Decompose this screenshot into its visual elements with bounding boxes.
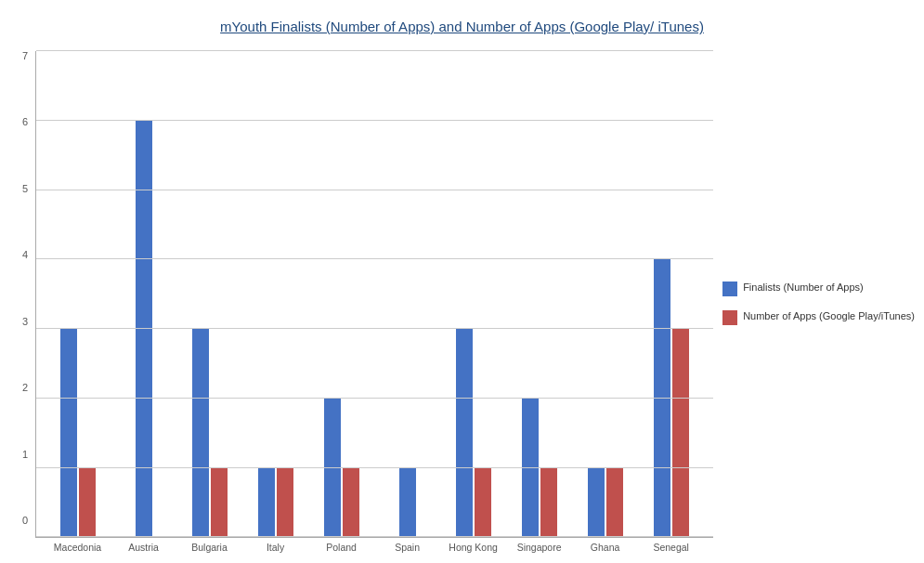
bars-pair <box>654 51 689 537</box>
country-group <box>375 51 441 537</box>
country-group <box>506 51 572 537</box>
y-label: 3 <box>9 317 28 327</box>
chart-area: 01234567 MacedoniaAustriaBulgariaItalyPo… <box>9 51 915 554</box>
x-label: Hong Kong <box>440 542 506 554</box>
x-label: Macedonia <box>45 542 111 554</box>
x-label: Senegal <box>638 542 704 554</box>
bar-apps <box>672 329 689 537</box>
y-axis: 01234567 <box>9 51 35 554</box>
bars-pair <box>399 51 416 537</box>
grid-line <box>36 398 713 399</box>
grid-line <box>36 50 713 51</box>
bar-apps <box>606 468 623 538</box>
bars-pair <box>456 51 491 537</box>
grid-line <box>36 190 713 190</box>
bars-pair <box>60 51 96 537</box>
legend-label: Finalists (Number of Apps) <box>743 281 864 294</box>
y-label: 4 <box>9 250 28 260</box>
legend-label: Number of Apps (Google Play/iTunes) <box>743 309 915 322</box>
bar-apps <box>79 468 96 538</box>
legend-color-box <box>722 282 737 296</box>
y-label: 7 <box>9 51 28 61</box>
bar-apps <box>211 468 228 538</box>
bar-apps <box>343 468 359 538</box>
country-group <box>243 51 309 537</box>
grid-line <box>36 536 713 537</box>
bar-finalists <box>192 329 209 537</box>
legend-color-box <box>722 310 737 325</box>
bars-pair <box>136 51 152 537</box>
country-group <box>309 51 375 537</box>
bar-apps <box>475 468 491 538</box>
chart-title: mYouth Finalists (Number of Apps) and Nu… <box>220 19 704 34</box>
bar-finalists <box>324 399 341 538</box>
x-label: Italy <box>242 542 308 554</box>
bar-finalists <box>522 399 539 538</box>
bar-finalists <box>258 468 275 538</box>
bars-pair <box>588 51 623 537</box>
bars-pair <box>192 51 228 537</box>
y-label: 5 <box>9 184 28 194</box>
country-group <box>638 51 704 537</box>
bars-pair <box>324 51 359 537</box>
x-label: Singapore <box>506 542 572 554</box>
country-group <box>177 51 243 537</box>
grid-line <box>36 120 713 121</box>
country-group <box>572 51 638 537</box>
grid-line <box>36 258 713 259</box>
bar-finalists <box>136 121 152 538</box>
x-label: Austria <box>111 542 176 554</box>
x-label: Spain <box>374 542 440 554</box>
bar-finalists <box>588 468 605 538</box>
legend-item: Number of Apps (Google Play/iTunes) <box>722 309 915 325</box>
country-group <box>46 51 111 537</box>
bars-pair <box>522 51 557 537</box>
bars-pair <box>258 51 293 537</box>
bars-area <box>36 51 713 537</box>
y-label: 0 <box>9 516 28 526</box>
chart-inner: MacedoniaAustriaBulgariaItalyPolandSpain… <box>35 51 713 554</box>
x-labels: MacedoniaAustriaBulgariaItalyPolandSpain… <box>35 542 713 554</box>
y-label: 1 <box>9 450 28 460</box>
y-label: 2 <box>9 383 28 393</box>
legend-item: Finalists (Number of Apps) <box>722 281 915 296</box>
country-group <box>441 51 507 537</box>
bar-finalists <box>399 468 416 538</box>
grid-and-bars <box>35 51 713 538</box>
grid-line <box>36 328 713 329</box>
country-group <box>111 51 177 537</box>
bar-apps <box>540 468 557 538</box>
x-label: Bulgaria <box>176 542 242 554</box>
x-label: Poland <box>308 542 374 554</box>
y-label: 6 <box>9 117 28 127</box>
bar-finalists <box>60 329 77 537</box>
legend: Finalists (Number of Apps)Number of Apps… <box>713 51 915 554</box>
bar-apps <box>277 468 293 538</box>
bar-finalists <box>456 329 473 537</box>
chart-container: mYouth Finalists (Number of Apps) and Nu… <box>0 0 924 563</box>
x-label: Ghana <box>572 542 638 554</box>
grid-line <box>36 467 713 468</box>
